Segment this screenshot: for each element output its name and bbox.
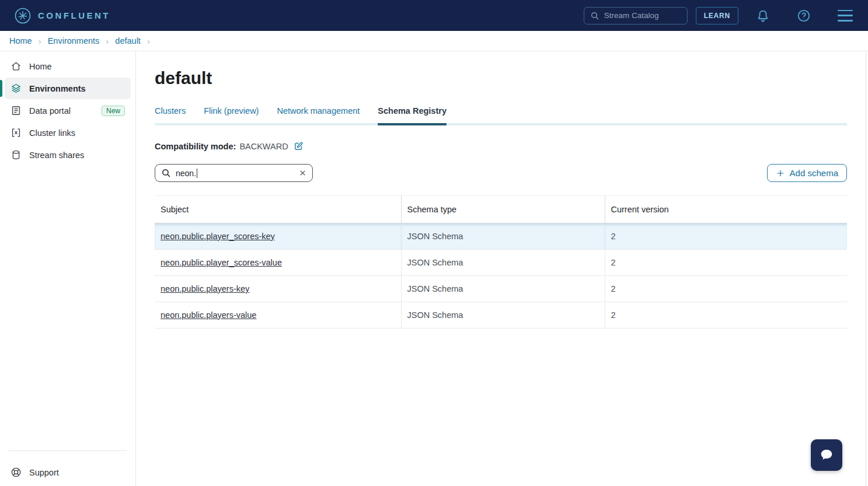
current-version-cell: 2 (605, 302, 847, 328)
current-version-cell: 2 (605, 223, 847, 250)
active-indicator (0, 80, 2, 97)
column-header-subject: Subject (155, 196, 401, 223)
compatibility-mode-row: Compatibility mode: BACKWARD (155, 141, 847, 151)
clear-search-icon[interactable] (299, 169, 306, 177)
add-schema-label: Add schema (790, 168, 838, 178)
compatibility-mode-value: BACKWARD (239, 142, 288, 151)
sidebar-item-home[interactable]: Home (5, 55, 131, 77)
plus-icon (776, 169, 785, 178)
column-header-current-version: Current version (605, 196, 847, 223)
sidebar-item-support[interactable]: Support (5, 461, 131, 483)
schema-type-cell: JSON Schema (401, 276, 605, 302)
subject-cell: neon.public.player_scores-value (155, 250, 401, 276)
sidebar-item-label: Cluster links (29, 128, 75, 138)
home-icon (11, 61, 22, 72)
cluster-links-icon (11, 127, 22, 138)
tab-clusters[interactable]: Clusters (155, 106, 186, 123)
subject-link[interactable]: neon.public.player_scores-key (161, 232, 275, 241)
column-header-schema-type: Schema type (401, 196, 605, 223)
schema-search-value: neon. (176, 169, 196, 178)
subject-cell: neon.public.players-value (155, 302, 401, 328)
breadcrumb-link-environments[interactable]: Environments (48, 36, 100, 46)
current-version-cell: 2 (605, 250, 847, 276)
chat-bubble-icon (818, 447, 835, 463)
breadcrumb-chevron-icon: › (39, 36, 41, 46)
subject-link[interactable]: neon.public.player_scores-value (161, 258, 282, 267)
support-icon (11, 467, 22, 478)
breadcrumb-link-home[interactable]: Home (9, 36, 32, 46)
table-row: neon.public.player_scores-valueJSON Sche… (155, 250, 847, 276)
sidebar-item-label: Environments (29, 84, 86, 93)
sidebar-bottom: Support (0, 450, 135, 486)
sidebar-item-cluster-links[interactable]: Cluster links (5, 122, 131, 144)
menu-hamburger-icon[interactable] (838, 10, 853, 22)
breadcrumb-chevron-icon: › (106, 36, 109, 46)
tab-network-management[interactable]: Network management (277, 106, 360, 123)
stream-catalog-input[interactable] (604, 11, 681, 20)
top-navbar: CONFLUENT LEARN (0, 0, 868, 31)
notifications-bell-icon[interactable] (756, 9, 770, 23)
confluent-logo-icon (14, 7, 32, 25)
schema-search-input[interactable]: neon. (155, 164, 313, 182)
tab-schema-registry[interactable]: Schema Registry (378, 106, 447, 123)
current-version-cell: 2 (605, 276, 847, 302)
sidebar-item-label: Stream shares (29, 151, 84, 160)
subject-link[interactable]: neon.public.players-value (161, 310, 256, 320)
sidebar-item-label: Support (29, 468, 59, 477)
subject-link[interactable]: neon.public.players-key (161, 284, 249, 293)
help-icon[interactable] (797, 9, 811, 23)
table-actions-row: neon. Add schema (155, 164, 847, 182)
sidebar: HomeEnvironmentsData portalNewCluster li… (0, 51, 136, 486)
schemas-table: SubjectSchema typeCurrent version neon.p… (155, 195, 847, 328)
data-portal-icon (11, 105, 22, 116)
text-cursor (197, 169, 197, 178)
schema-type-cell: JSON Schema (401, 302, 605, 328)
learn-button[interactable]: LEARN (696, 7, 738, 25)
table-row: neon.public.players-valueJSON Schema2 (155, 302, 847, 328)
stream-catalog-search[interactable] (584, 7, 688, 25)
search-icon (161, 168, 171, 178)
search-icon (590, 11, 599, 20)
breadcrumb: Home›Environments›default› (0, 31, 868, 51)
environments-layers-icon (11, 83, 22, 94)
edit-compatibility-icon[interactable] (294, 141, 304, 151)
sidebar-item-data-portal[interactable]: Data portalNew (5, 100, 131, 121)
subject-cell: neon.public.player_scores-key (155, 223, 401, 250)
navbar-right: LEARN (584, 7, 853, 25)
sidebar-item-label: Data portal (29, 106, 71, 116)
confluent-logo[interactable]: CONFLUENT (14, 7, 110, 25)
sidebar-item-label: Home (29, 62, 52, 71)
table-row: neon.public.players-keyJSON Schema2 (155, 276, 847, 302)
breadcrumb-chevron-icon: › (147, 36, 150, 46)
page-title: default (155, 68, 847, 88)
subject-cell: neon.public.players-key (155, 276, 401, 302)
sidebar-item-environments[interactable]: Environments (5, 78, 131, 99)
table-row: neon.public.player_scores-keyJSON Schema… (155, 223, 847, 250)
stream-shares-icon (11, 149, 22, 160)
main-content: default ClustersFlink (preview)Network m… (136, 51, 866, 486)
chat-widget-button[interactable] (811, 439, 842, 471)
schema-type-cell: JSON Schema (401, 223, 605, 250)
sidebar-divider (9, 450, 127, 451)
brand-name: CONFLUENT (38, 11, 110, 20)
add-schema-button[interactable]: Add schema (767, 164, 847, 182)
compatibility-mode-label: Compatibility mode: (155, 142, 236, 151)
sidebar-item-stream-shares[interactable]: Stream shares (5, 144, 131, 166)
new-badge: New (102, 106, 125, 116)
breadcrumb-link-default[interactable]: default (115, 36, 141, 46)
tab-bar: ClustersFlink (preview)Network managemen… (155, 106, 847, 125)
schema-type-cell: JSON Schema (401, 250, 605, 276)
table-header-row: SubjectSchema typeCurrent version (155, 196, 847, 223)
tab-flink-preview[interactable]: Flink (preview) (204, 106, 259, 123)
